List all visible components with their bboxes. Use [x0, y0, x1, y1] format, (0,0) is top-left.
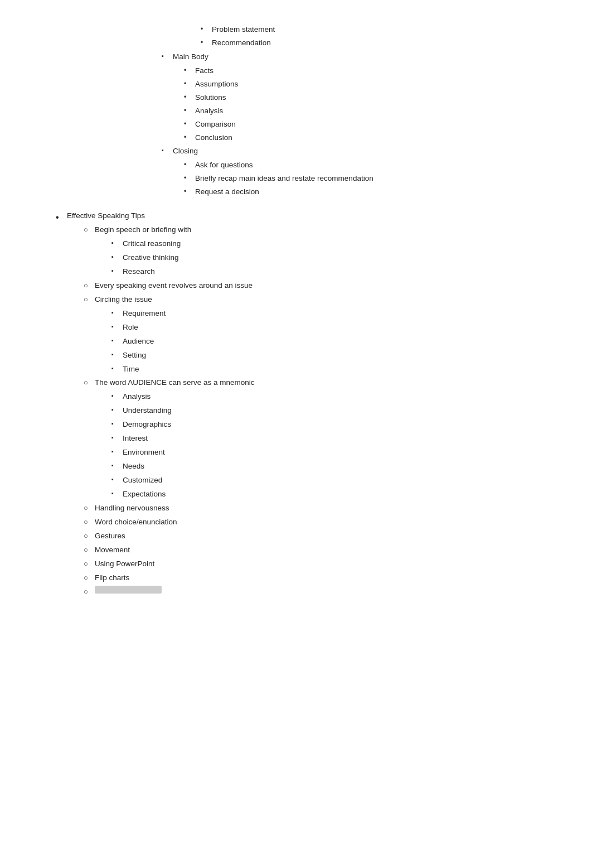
- list-item: Problem statement: [201, 23, 536, 36]
- begin-speech-subitems: Critical reasoning Creative thinking Res…: [95, 238, 536, 278]
- every-speaking-event-item: Every speaking event revolves around an …: [84, 279, 536, 292]
- closing-list: Closing Ask for questions Briefly recap …: [56, 145, 536, 199]
- begin-speech-label: Begin speech or briefing with: [95, 225, 191, 234]
- handling-nervousness-item: Handling nervousness: [84, 502, 536, 515]
- outline-container: Problem statement Recommendation Main Bo…: [22, 11, 570, 611]
- audience-mnemonic-subitems: Analysis Understanding Demographics Inte…: [95, 390, 536, 501]
- redacted-label: [95, 586, 162, 594]
- begin-speech-item: Begin speech or briefing with Critical r…: [84, 224, 536, 278]
- list-item: Demographics: [111, 418, 536, 431]
- level2-list: Begin speech or briefing with Critical r…: [67, 224, 536, 598]
- list-item: Understanding: [111, 404, 536, 417]
- list-item: Recommendation: [201, 37, 536, 50]
- list-item: Customized: [111, 474, 536, 487]
- effective-speaking-tips-label: Effective Speaking Tips: [67, 211, 145, 220]
- circling-issue-label: Circling the issue: [95, 295, 152, 303]
- movement-item: Movement: [84, 544, 536, 557]
- list-item: Request a decision: [184, 186, 536, 199]
- using-powerpoint-label: Using PowerPoint: [95, 560, 154, 568]
- gestures-item: Gestures: [84, 530, 536, 543]
- list-item: Needs: [111, 460, 536, 473]
- level1-list: Effective Speaking Tips Begin speech or …: [56, 210, 536, 598]
- list-item: Solutions: [184, 91, 536, 104]
- list-item: Requirement: [111, 307, 536, 320]
- main-body-list: Main Body Facts Assumptions Solutions An…: [56, 51, 536, 144]
- closing-subitems: Ask for questions Briefly recap main ide…: [173, 159, 536, 199]
- audience-mnemonic-label: The word AUDIENCE can serve as a mnemoni…: [95, 378, 255, 387]
- handling-nervousness-label: Handling nervousness: [95, 504, 169, 512]
- list-item: Analysis: [111, 390, 536, 403]
- list-item: Audience: [111, 335, 536, 348]
- pre-items-list: Problem statement Recommendation: [56, 23, 536, 50]
- using-powerpoint-item: Using PowerPoint: [84, 558, 536, 571]
- flip-charts-item: Flip charts: [84, 572, 536, 585]
- list-item: Briefly recap main ideas and restate rec…: [184, 172, 536, 185]
- circling-issue-subitems: Requirement Role Audience Setting Time: [95, 307, 536, 376]
- list-item: Conclusion: [184, 132, 536, 144]
- list-item: Comparison: [184, 118, 536, 131]
- flip-charts-label: Flip charts: [95, 573, 129, 582]
- list-item: Role: [111, 321, 536, 334]
- audience-mnemonic-item: The word AUDIENCE can serve as a mnemoni…: [84, 377, 536, 500]
- list-item: Assumptions: [184, 78, 536, 91]
- list-item: Environment: [111, 446, 536, 459]
- main-body-subitems: Facts Assumptions Solutions Analysis Com…: [173, 65, 536, 144]
- word-choice-item: Word choice/enunciation: [84, 516, 536, 529]
- list-item: Setting: [111, 349, 536, 362]
- list-item: Expectations: [111, 488, 536, 501]
- every-speaking-event-label: Every speaking event revolves around an …: [95, 281, 253, 290]
- word-choice-label: Word choice/enunciation: [95, 518, 177, 526]
- circling-issue-item: Circling the issue Requirement Role Audi…: [84, 293, 536, 376]
- list-item: Main Body Facts Assumptions Solutions An…: [162, 51, 536, 144]
- list-item: Creative thinking: [111, 252, 536, 264]
- list-item: Analysis: [184, 105, 536, 118]
- list-item: Time: [111, 363, 536, 376]
- redacted-item: [84, 586, 536, 599]
- movement-label: Movement: [95, 546, 130, 554]
- list-item: Closing Ask for questions Briefly recap …: [162, 145, 536, 199]
- list-item: Ask for questions: [184, 159, 536, 172]
- list-item: Facts: [184, 65, 536, 78]
- effective-speaking-tips-item: Effective Speaking Tips Begin speech or …: [56, 210, 536, 598]
- list-item: Critical reasoning: [111, 238, 536, 250]
- list-item: Research: [111, 266, 536, 278]
- list-item: Interest: [111, 432, 536, 445]
- gestures-label: Gestures: [95, 532, 125, 540]
